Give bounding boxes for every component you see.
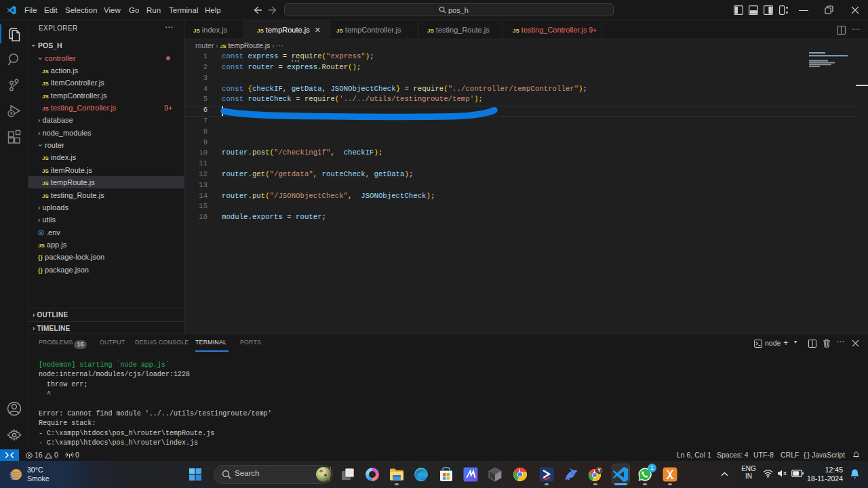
svg-text:Y: Y — [597, 468, 601, 472]
